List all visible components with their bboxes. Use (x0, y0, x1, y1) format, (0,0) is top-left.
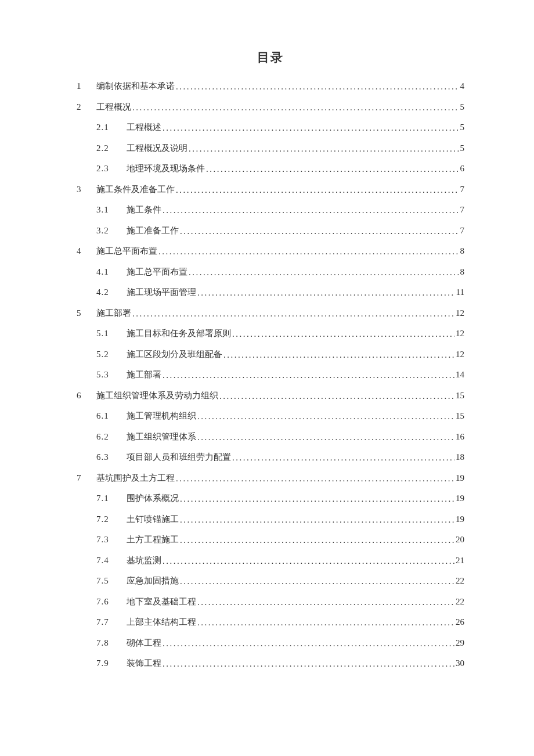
toc-entry-number: 4.2 (96, 288, 127, 297)
toc-entry: 3.1施工条件7 (77, 206, 464, 226)
toc-entry-number: 5.2 (96, 350, 127, 359)
toc-entry-page: 26 (456, 618, 464, 627)
toc-entry: 5.2施工区段划分及班组配备12 (77, 350, 464, 371)
toc-entry-page: 12 (456, 329, 464, 338)
toc-entry-page: 5 (460, 144, 465, 153)
toc-leader-dots (180, 227, 459, 236)
page-title: 目录 (77, 49, 464, 66)
toc-leader-dots (163, 660, 454, 668)
toc-entry: 3.2施工准备工作7 (77, 226, 464, 247)
toc-entry-number: 2 (77, 103, 96, 111)
toc-leader-dots (223, 351, 454, 359)
toc-entry-title: 项目部人员和班组劳力配置 (127, 453, 231, 462)
toc-entry-title: 围护体系概况 (127, 494, 179, 503)
toc-entry-title: 施工管理机构组织 (127, 412, 196, 420)
toc-entry-page: 7 (460, 226, 465, 235)
toc-entry-title: 施工条件 (127, 206, 161, 214)
toc-entry-page: 6 (460, 164, 465, 173)
toc-entry-page: 18 (456, 453, 464, 462)
toc-entry-title: 工程概况及说明 (127, 144, 187, 153)
toc-entry-number: 7.2 (96, 515, 127, 524)
toc-entry-title: 施工目标和任务及部署原则 (127, 329, 231, 338)
toc-entry-number: 7.3 (96, 535, 127, 544)
toc-entry-title: 施工部署 (127, 370, 161, 379)
toc-entry: 2.3地理环境及现场条件6 (77, 164, 464, 185)
toc-entry-number: 4 (77, 247, 96, 255)
toc-entry-number: 5 (77, 309, 96, 318)
toc-entry-title: 施工组织管理体系及劳动力组织 (96, 391, 218, 400)
toc-entry-title: 施工现场平面管理 (127, 288, 196, 297)
toc-entry-title: 施工区段划分及班组配备 (127, 350, 222, 359)
toc-entry: 7.6地下室及基础工程22 (77, 597, 464, 618)
toc-leader-dots (206, 165, 459, 174)
toc-entry-page: 14 (456, 370, 464, 379)
toc-entry: 6.3项目部人员和班组劳力配置18 (77, 453, 464, 474)
toc-entry-number: 5.1 (96, 329, 127, 338)
toc-entry-number: 3.2 (96, 226, 127, 235)
toc-leader-dots (163, 206, 459, 215)
toc-entry: 4.1施工总平面布置8 (77, 268, 464, 289)
toc-entry: 7.7上部主体结构工程26 (77, 618, 464, 639)
toc-entry: 1编制依据和基本承诺4 (77, 82, 464, 103)
toc-entry: 7.4基坑监测21 (77, 556, 464, 577)
toc-leader-dots (180, 536, 454, 545)
toc-entry-page: 19 (456, 515, 464, 524)
toc-leader-dots (180, 577, 454, 586)
toc-entry-number: 2.1 (96, 123, 127, 132)
toc-entry-title: 施工组织管理体系 (127, 433, 196, 441)
toc-entry-number: 5.3 (96, 370, 127, 379)
toc-entry-number: 7.4 (96, 556, 127, 565)
toc-entry: 7.8砌体工程29 (77, 639, 464, 660)
toc-entry-title: 施工总平面布置 (96, 247, 157, 255)
toc-entry: 7基坑围护及土方工程19 (77, 474, 464, 495)
toc-entry-page: 8 (460, 268, 465, 276)
toc-entry-number: 7.1 (96, 494, 127, 503)
toc-entry-number: 7.9 (96, 659, 127, 668)
toc-leader-dots (132, 309, 454, 318)
toc-entry-page: 16 (456, 433, 464, 441)
toc-entry-title: 土钉喷锚施工 (127, 515, 179, 524)
toc-entry-number: 6 (77, 391, 96, 400)
toc-entry-page: 7 (460, 206, 465, 214)
toc-leader-dots (197, 433, 454, 442)
toc-leader-dots (219, 392, 454, 401)
toc-entry-title: 工程概述 (127, 123, 161, 132)
toc-entry-title: 应急加固措施 (127, 577, 179, 585)
toc-entry-title: 工程概况 (96, 103, 131, 111)
toc-entry-page: 12 (456, 309, 464, 318)
toc-entry-number: 6.2 (96, 433, 127, 441)
toc-leader-dots (180, 495, 454, 503)
toc-entry: 7.1围护体系概况19 (77, 494, 464, 515)
toc-leader-dots (197, 598, 454, 607)
toc-leader-dots (163, 124, 459, 132)
toc-leader-dots (197, 412, 454, 421)
toc-entry-page: 22 (456, 577, 464, 585)
toc-leader-dots (197, 618, 454, 627)
toc-entry: 2工程概况5 (77, 103, 464, 124)
toc-entry: 6.1施工管理机构组织15 (77, 412, 464, 433)
toc-entry: 7.5应急加固措施22 (77, 577, 464, 597)
toc-entry: 7.3土方工程施工20 (77, 535, 464, 556)
toc-leader-dots (176, 82, 459, 91)
toc-leader-dots (189, 268, 459, 277)
toc-entry-title: 施工部署 (96, 309, 131, 318)
toc-leader-dots (176, 186, 459, 195)
toc-entry-number: 7 (77, 474, 96, 483)
toc-entry-page: 7 (460, 185, 465, 194)
toc-entry-title: 土方工程施工 (127, 535, 179, 544)
toc-entry: 2.1工程概述5 (77, 123, 464, 144)
toc-entry-title: 砌体工程 (127, 639, 161, 647)
toc-entry: 6.2施工组织管理体系16 (77, 433, 464, 453)
toc-entry: 7.9装饰工程30 (77, 659, 464, 680)
toc-entry: 5.3施工部署14 (77, 370, 464, 391)
toc-entry-number: 7.8 (96, 639, 127, 647)
toc-leader-dots (189, 145, 459, 153)
toc-entry-number: 7.6 (96, 597, 127, 606)
toc-entry-title: 施工条件及准备工作 (96, 185, 175, 194)
toc-entry: 7.2土钉喷锚施工19 (77, 515, 464, 536)
toc-entry-number: 1 (77, 82, 96, 91)
toc-leader-dots (158, 247, 459, 256)
toc-leader-dots (163, 639, 454, 648)
toc-entry-page: 30 (456, 659, 464, 668)
toc-entry-number: 2.2 (96, 144, 127, 153)
